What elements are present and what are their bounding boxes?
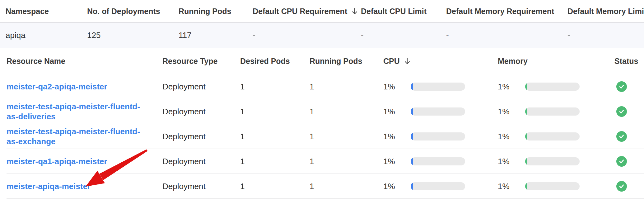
column-header-resource-name[interactable]: Resource Name xyxy=(7,57,162,66)
namespace-default-memory-limit: - xyxy=(562,31,644,40)
column-header-running-pods[interactable]: Running Pods xyxy=(310,57,383,66)
cpu-bar-fill xyxy=(411,107,413,116)
cpu-bar-fill xyxy=(411,83,413,91)
cpu-percent: 1% xyxy=(383,107,411,117)
resource-name-link[interactable]: meister-qa1-apiqa-meister xyxy=(7,157,107,166)
cpu-percent: 1% xyxy=(383,132,411,141)
resource-name-cell: meister-qa2-apiqa-meister xyxy=(7,82,162,92)
sort-descending-icon xyxy=(404,57,410,65)
resource-name-cell: meister-test-apiqa-meister-fluentd-as-ex… xyxy=(7,126,162,146)
memory-usage-bar xyxy=(525,107,580,116)
status-cell xyxy=(614,156,644,167)
namespace-name: apiqa xyxy=(6,31,87,40)
running-pods-value: 1 xyxy=(310,82,383,92)
desired-pods-value: 1 xyxy=(240,157,310,166)
running-pods-value: 1 xyxy=(310,157,383,166)
status-cell xyxy=(614,181,644,192)
resource-type: Deployment xyxy=(162,107,240,117)
status-ok-icon xyxy=(616,131,627,142)
cpu-metric: 1% xyxy=(383,182,498,191)
memory-bar-fill xyxy=(525,83,527,91)
resource-type: Deployment xyxy=(162,132,240,141)
resource-table-header-row: Resource Name Resource Type Desired Pods… xyxy=(0,48,644,74)
resource-name-cell: meister-qa1-apiqa-meister xyxy=(7,156,162,166)
cpu-bar-fill xyxy=(411,157,413,165)
resource-type: Deployment xyxy=(162,82,240,92)
cpu-usage-bar xyxy=(411,132,465,140)
memory-usage-bar xyxy=(525,83,580,91)
resource-table: Resource Name Resource Type Desired Pods… xyxy=(0,48,644,199)
cpu-percent: 1% xyxy=(383,157,411,166)
cpu-usage-bar xyxy=(411,83,465,91)
running-pods-value: 1 xyxy=(310,132,383,141)
namespace-row-apiqa[interactable]: apiqa 125 117 - - - - xyxy=(0,23,644,48)
cpu-metric: 1% xyxy=(383,107,498,117)
column-header-cpu[interactable]: CPU xyxy=(383,57,498,66)
resource-row: meister-test-apiqa-meister-fluentd-as-ex… xyxy=(0,124,644,149)
column-header-resource-type[interactable]: Resource Type xyxy=(162,57,240,66)
status-ok-icon xyxy=(616,156,627,167)
memory-bar-fill xyxy=(525,132,527,140)
column-header-memory[interactable]: Memory xyxy=(498,57,614,66)
namespace-table-header-row: Namespace No. of Deployments Running Pod… xyxy=(0,0,644,23)
status-cell xyxy=(614,81,644,92)
memory-bar-fill xyxy=(525,182,527,190)
resource-name-link[interactable]: meister-test-apiqa-meister-fluentd-as-ex… xyxy=(7,127,140,146)
column-header-default-cpu-limit[interactable]: Default CPU Limit xyxy=(361,7,446,16)
namespace-default-cpu-limit: - xyxy=(361,31,446,40)
status-ok-icon xyxy=(616,106,627,117)
status-cell xyxy=(614,106,644,117)
memory-metric: 1% xyxy=(498,107,614,117)
memory-percent: 1% xyxy=(498,82,525,92)
resource-name-cell: meister-apiqa-meister xyxy=(7,181,162,191)
memory-bar-fill xyxy=(525,107,527,116)
memory-percent: 1% xyxy=(498,182,525,191)
resource-rows: meister-qa2-apiqa-meister Deployment 1 1… xyxy=(0,74,644,199)
memory-percent: 1% xyxy=(498,132,525,141)
column-header-default-memory-requirement[interactable]: Default Memory Requirement xyxy=(446,7,562,16)
cpu-usage-bar xyxy=(411,107,465,116)
resource-name-link[interactable]: meister-apiqa-meister xyxy=(7,182,91,191)
resource-row: meister-qa1-apiqa-meister Deployment 1 1… xyxy=(0,149,644,174)
desired-pods-value: 1 xyxy=(240,107,310,117)
resource-row: meister-qa2-apiqa-meister Deployment 1 1… xyxy=(0,74,644,99)
workloads-dashboard: Namespace No. of Deployments Running Pod… xyxy=(0,0,644,200)
column-header-default-cpu-requirement[interactable]: Default CPU Requirement xyxy=(253,7,361,16)
namespace-summary-table: Namespace No. of Deployments Running Pod… xyxy=(0,0,644,48)
namespace-running-pods-count: 117 xyxy=(179,31,253,40)
running-pods-value: 1 xyxy=(310,182,383,191)
cpu-metric: 1% xyxy=(383,132,498,141)
running-pods-value: 1 xyxy=(310,107,383,117)
memory-usage-bar xyxy=(525,182,580,190)
sort-descending-icon xyxy=(352,7,358,15)
column-header-status[interactable]: Status xyxy=(614,57,644,66)
memory-usage-bar xyxy=(525,132,580,140)
status-cell xyxy=(614,131,644,142)
cpu-metric: 1% xyxy=(383,157,498,166)
memory-metric: 1% xyxy=(498,82,614,92)
resource-type: Deployment xyxy=(162,182,240,191)
cpu-percent: 1% xyxy=(383,182,411,191)
resource-type: Deployment xyxy=(162,157,240,166)
column-header-default-memory-limit[interactable]: Default Memory Limit xyxy=(562,7,644,16)
namespace-deployments-count: 125 xyxy=(87,31,179,40)
memory-percent: 1% xyxy=(498,107,525,117)
cpu-metric: 1% xyxy=(383,82,498,92)
cpu-usage-bar xyxy=(411,157,465,165)
column-header-namespace[interactable]: Namespace xyxy=(6,7,87,16)
memory-bar-fill xyxy=(525,157,527,165)
column-header-deployments[interactable]: No. of Deployments xyxy=(87,7,179,16)
resource-row: meister-apiqa-meister Deployment 1 1 1% … xyxy=(0,174,644,199)
desired-pods-value: 1 xyxy=(240,82,310,92)
cpu-usage-bar xyxy=(411,182,465,190)
resource-row: meister-test-apiqa-meister-fluentd-as-de… xyxy=(0,99,644,124)
memory-usage-bar xyxy=(525,157,580,165)
resource-name-link[interactable]: meister-test-apiqa-meister-fluentd-as-de… xyxy=(7,102,140,121)
status-ok-icon xyxy=(616,181,627,192)
column-header-running-pods[interactable]: Running Pods xyxy=(179,7,253,16)
cpu-percent: 1% xyxy=(383,82,411,92)
desired-pods-value: 1 xyxy=(240,132,310,141)
column-header-desired-pods[interactable]: Desired Pods xyxy=(240,57,310,66)
resource-name-link[interactable]: meister-qa2-apiqa-meister xyxy=(7,82,107,91)
memory-metric: 1% xyxy=(498,182,614,191)
